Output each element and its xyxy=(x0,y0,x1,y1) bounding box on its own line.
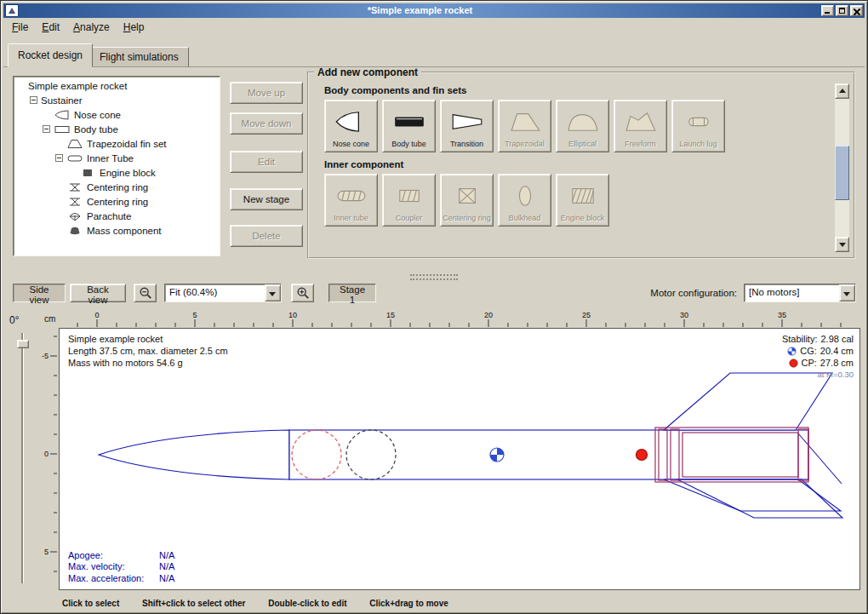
coupler-icon xyxy=(391,177,428,215)
move-up-button[interactable]: Move up xyxy=(230,82,303,104)
component-scrollbar[interactable] xyxy=(835,83,849,252)
component-button-label: Nose cone xyxy=(333,141,369,149)
tree-item-label: Body tube xyxy=(74,124,118,135)
tree-item-trapezoidal-fin-set[interactable]: Trapezoidal fin set xyxy=(14,136,220,151)
motor-configuration-label: Motor configuration: xyxy=(650,284,737,302)
svg-text:-5: -5 xyxy=(42,352,49,360)
add-elliptical-button[interactable]: Elliptical xyxy=(556,100,609,152)
component-button-label: Body tube xyxy=(391,141,426,149)
add-inner-tube-button[interactable]: Inner tube xyxy=(324,174,378,227)
menu-help[interactable]: Help xyxy=(117,20,151,35)
side-view-button[interactable]: Side view xyxy=(13,284,66,302)
component-tree[interactable]: Simple example rocketSustainerNose coneB… xyxy=(13,76,220,256)
tab-flight-simulations[interactable]: Flight simulations xyxy=(89,47,189,67)
close-button[interactable] xyxy=(850,5,863,16)
hint-double-click: Double-click to edit xyxy=(268,599,346,608)
nose-cone-icon xyxy=(54,110,71,120)
rotation-slider[interactable] xyxy=(17,333,27,583)
stability-info: Stability: 2.98 cal CG: 20.4 cm xyxy=(782,333,854,381)
tree-item-nose-cone[interactable]: Nose cone xyxy=(14,107,220,122)
zoom-select[interactable]: Fit (60.4%) xyxy=(164,284,282,302)
motor-configuration-select[interactable]: [No motors] xyxy=(744,284,856,302)
svg-text:30: 30 xyxy=(680,311,688,319)
add-bulkhead-button[interactable]: Bulkhead xyxy=(498,174,551,227)
engine-block-icon xyxy=(79,168,96,178)
tabbar: Rocket design Flight simulations xyxy=(3,40,865,67)
rocket-canvas[interactable]: Simple example rocket Length 37.5 cm, ma… xyxy=(59,328,860,590)
freeform-icon xyxy=(622,103,660,141)
add-body-tube-button[interactable]: Body tube xyxy=(382,100,436,152)
titlebar[interactable]: *Simple example rocket xyxy=(3,3,865,18)
tab-rocket-design[interactable]: Rocket design xyxy=(8,43,93,67)
tree-item-inner-tube[interactable]: Inner Tube xyxy=(14,151,220,165)
body-tube-icon xyxy=(391,103,428,141)
zoom-value: Fit (60.4%) xyxy=(165,284,265,301)
back-view-button[interactable]: Back view xyxy=(70,284,126,302)
menu-edit[interactable]: Edit xyxy=(36,20,66,35)
menu-analyze[interactable]: Analyze xyxy=(67,20,116,35)
add-nose-cone-button[interactable]: Nose cone xyxy=(324,100,378,152)
menu-file[interactable]: File xyxy=(6,20,34,35)
tree-item-centering-ring[interactable]: Centering ring xyxy=(14,194,220,209)
tree-collapse-icon[interactable] xyxy=(43,125,50,133)
scrollbar-thumb[interactable] xyxy=(835,146,849,200)
centering-ring-icon xyxy=(66,197,83,207)
stage-1-toggle[interactable]: Stage 1 xyxy=(328,284,376,302)
mach-note: at M=0.30 xyxy=(782,369,854,381)
inner-tube-icon xyxy=(66,153,83,164)
tree-item-label: Simple example rocket xyxy=(28,81,127,91)
edit-button[interactable]: Edit xyxy=(230,151,303,173)
add-component-sections: Body components and fin setsNose coneBod… xyxy=(309,85,854,227)
component-button-label: Centering ring xyxy=(443,215,491,223)
zoom-out-button[interactable] xyxy=(134,284,157,302)
max-velocity-value: N/A xyxy=(159,561,174,571)
max-acceleration-label: Max. acceleration: xyxy=(68,573,159,585)
add-engine-block-button[interactable]: Engine block xyxy=(556,174,609,227)
tree-item-parachute[interactable]: Parachute xyxy=(14,209,220,223)
minimize-button[interactable] xyxy=(821,5,834,16)
rotation-slider-handle[interactable] xyxy=(17,340,29,348)
add-launch-lug-button[interactable]: Launch lug xyxy=(671,100,725,152)
chevron-down-icon[interactable] xyxy=(265,284,281,301)
hint-shift-click: Shift+click to select other xyxy=(142,599,245,608)
component-button-label: Elliptical xyxy=(568,141,597,149)
apogee-value: N/A xyxy=(159,550,174,560)
maximize-button[interactable] xyxy=(836,5,848,16)
app-icon[interactable] xyxy=(5,4,19,17)
scrollbar-track[interactable] xyxy=(835,99,849,237)
tree-item-body-tube[interactable]: Body tube xyxy=(14,122,220,136)
scroll-up-icon[interactable] xyxy=(835,83,849,99)
rocket-info: Simple example rocket Length 37.5 cm, ma… xyxy=(68,333,228,369)
component-button-row: Inner tubeCouplerCentering ringBulkheadE… xyxy=(324,174,854,227)
tree-item-mass-component[interactable]: Mass component xyxy=(14,223,220,238)
add-new-component-title: Add new component xyxy=(314,66,421,78)
new-stage-button[interactable]: New stage xyxy=(230,188,303,210)
ruler-unit: cm xyxy=(44,314,55,324)
motor-configuration-value: [No motors] xyxy=(745,284,839,301)
tree-item-centering-ring[interactable]: Centering ring xyxy=(14,180,220,194)
stability-value: 2.98 cal xyxy=(820,333,854,345)
add-coupler-button[interactable]: Coupler xyxy=(382,174,436,227)
tree-item-engine-block[interactable]: Engine block xyxy=(14,165,220,180)
cg-label: CG: xyxy=(800,345,817,357)
tree-item-label: Centering ring xyxy=(87,182,148,192)
component-button-label: Bulkhead xyxy=(509,215,541,223)
add-transition-button[interactable]: Transition xyxy=(440,100,494,152)
zoom-in-button[interactable] xyxy=(291,284,314,302)
scroll-down-icon[interactable] xyxy=(835,237,849,252)
chevron-down-icon[interactable] xyxy=(839,284,855,301)
svg-text:10: 10 xyxy=(288,311,297,319)
tree-item-simple-example-rocket[interactable]: Simple example rocket xyxy=(14,78,220,93)
add-centering-ring-button[interactable]: Centering ring xyxy=(440,174,494,227)
add-freeform-button[interactable]: Freeform xyxy=(614,100,667,152)
hint-click-select: Click to select xyxy=(62,599,119,608)
tree-collapse-icon[interactable] xyxy=(55,154,63,162)
stability-label: Stability: xyxy=(782,333,818,345)
svg-text:25: 25 xyxy=(582,311,591,319)
tree-collapse-icon[interactable] xyxy=(30,96,37,104)
move-down-button[interactable]: Move down xyxy=(230,112,303,135)
delete-button[interactable]: Delete xyxy=(230,225,303,247)
add-trapezoidal-button[interactable]: Trapezoidal xyxy=(498,100,551,152)
tree-item-sustainer[interactable]: Sustainer xyxy=(14,93,220,107)
tree-item-label: Centering ring xyxy=(87,197,148,207)
